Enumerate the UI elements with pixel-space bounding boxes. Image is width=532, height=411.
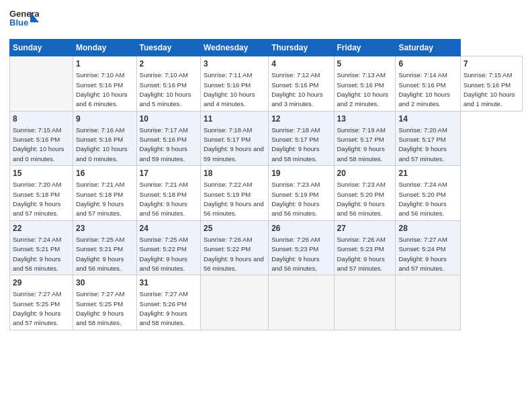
day-cell: 13Sunrise: 7:19 AMSunset: 5:17 PMDayligh… xyxy=(334,111,396,166)
day-info: Sunrise: 7:13 AMSunset: 5:16 PMDaylight:… xyxy=(337,71,389,107)
day-number: 13 xyxy=(337,113,393,124)
day-info: Sunrise: 7:18 AMSunset: 5:17 PMDaylight:… xyxy=(204,126,264,163)
day-number: 3 xyxy=(204,58,265,69)
day-info: Sunrise: 7:23 AMSunset: 5:19 PMDaylight:… xyxy=(271,181,320,217)
day-number: 16 xyxy=(76,168,134,179)
day-number: 19 xyxy=(271,168,330,179)
header: General Blue xyxy=(9,7,523,34)
day-cell: 10Sunrise: 7:17 AMSunset: 5:16 PMDayligh… xyxy=(136,111,200,166)
day-info: Sunrise: 7:10 AMSunset: 5:16 PMDaylight:… xyxy=(140,71,191,107)
header-cell-saturday: Saturday xyxy=(396,40,460,56)
header-cell-wednesday: Wednesday xyxy=(200,40,268,56)
day-cell: 12Sunrise: 7:18 AMSunset: 5:17 PMDayligh… xyxy=(269,111,334,166)
day-info: Sunrise: 7:10 AMSunset: 5:16 PMDaylight:… xyxy=(76,71,128,107)
day-number: 31 xyxy=(140,277,197,288)
day-cell: 3Sunrise: 7:11 AMSunset: 5:16 PMDaylight… xyxy=(200,56,268,111)
day-number: 30 xyxy=(76,277,134,288)
day-cell: 8Sunrise: 7:15 AMSunset: 5:16 PMDaylight… xyxy=(10,111,73,166)
day-info: Sunrise: 7:21 AMSunset: 5:18 PMDaylight:… xyxy=(76,181,124,217)
day-cell: 23Sunrise: 7:25 AMSunset: 5:21 PMDayligh… xyxy=(73,220,136,275)
day-info: Sunrise: 7:17 AMSunset: 5:16 PMDaylight:… xyxy=(140,126,188,163)
day-number: 15 xyxy=(13,168,70,179)
day-cell: 20Sunrise: 7:23 AMSunset: 5:20 PMDayligh… xyxy=(334,166,396,221)
logo-area: General Blue xyxy=(9,7,42,34)
day-info: Sunrise: 7:26 AMSunset: 5:23 PMDaylight:… xyxy=(271,236,320,272)
day-cell xyxy=(10,56,73,111)
calendar-table: SundayMondayTuesdayWednesdayThursdayFrid… xyxy=(9,39,523,330)
svg-text:Blue: Blue xyxy=(9,17,28,28)
day-info: Sunrise: 7:16 AMSunset: 5:16 PMDaylight:… xyxy=(76,126,128,163)
day-number: 27 xyxy=(337,223,393,234)
day-cell: 19Sunrise: 7:23 AMSunset: 5:19 PMDayligh… xyxy=(269,166,334,221)
day-info: Sunrise: 7:18 AMSunset: 5:17 PMDaylight:… xyxy=(271,126,320,163)
day-info: Sunrise: 7:26 AMSunset: 5:22 PMDaylight:… xyxy=(204,236,264,272)
week-row-4: 22Sunrise: 7:24 AMSunset: 5:21 PMDayligh… xyxy=(10,220,523,275)
day-info: Sunrise: 7:19 AMSunset: 5:17 PMDaylight:… xyxy=(337,126,386,163)
day-number: 20 xyxy=(337,168,393,179)
day-info: Sunrise: 7:20 AMSunset: 5:18 PMDaylight:… xyxy=(13,181,61,217)
day-number: 5 xyxy=(337,58,393,69)
day-cell: 21Sunrise: 7:24 AMSunset: 5:20 PMDayligh… xyxy=(396,166,460,221)
day-info: Sunrise: 7:25 AMSunset: 5:22 PMDaylight:… xyxy=(140,236,188,272)
day-cell: 28Sunrise: 7:27 AMSunset: 5:24 PMDayligh… xyxy=(396,220,460,275)
header-cell-sunday: Sunday xyxy=(10,40,73,56)
day-cell: 17Sunrise: 7:21 AMSunset: 5:18 PMDayligh… xyxy=(136,166,200,221)
day-cell: 25Sunrise: 7:26 AMSunset: 5:22 PMDayligh… xyxy=(200,220,268,275)
day-cell: 5Sunrise: 7:13 AMSunset: 5:16 PMDaylight… xyxy=(334,56,396,111)
day-number: 9 xyxy=(76,113,134,124)
week-row-1: 1Sunrise: 7:10 AMSunset: 5:16 PMDaylight… xyxy=(10,56,523,111)
day-info: Sunrise: 7:15 AMSunset: 5:16 PMDaylight:… xyxy=(13,126,64,163)
day-info: Sunrise: 7:14 AMSunset: 5:16 PMDaylight:… xyxy=(398,71,450,107)
day-cell: 24Sunrise: 7:25 AMSunset: 5:22 PMDayligh… xyxy=(136,220,200,275)
day-number: 1 xyxy=(76,58,134,69)
day-cell: 26Sunrise: 7:26 AMSunset: 5:23 PMDayligh… xyxy=(269,220,334,275)
day-number: 26 xyxy=(271,223,330,234)
day-cell: 30Sunrise: 7:27 AMSunset: 5:25 PMDayligh… xyxy=(73,275,136,330)
day-info: Sunrise: 7:12 AMSunset: 5:16 PMDaylight:… xyxy=(271,71,323,107)
day-cell: 22Sunrise: 7:24 AMSunset: 5:21 PMDayligh… xyxy=(10,220,73,275)
day-info: Sunrise: 7:11 AMSunset: 5:16 PMDaylight:… xyxy=(204,71,255,107)
day-info: Sunrise: 7:26 AMSunset: 5:23 PMDaylight:… xyxy=(337,236,386,272)
calendar-container: General Blue SundayMondayTuesdayWednesda… xyxy=(0,0,532,337)
day-cell xyxy=(269,275,334,330)
day-cell xyxy=(334,275,396,330)
header-cell-thursday: Thursday xyxy=(269,40,334,56)
day-number: 24 xyxy=(140,223,197,234)
day-cell: 29Sunrise: 7:27 AMSunset: 5:25 PMDayligh… xyxy=(10,275,73,330)
day-info: Sunrise: 7:25 AMSunset: 5:21 PMDaylight:… xyxy=(76,236,124,272)
day-number: 8 xyxy=(13,113,70,124)
day-cell: 6Sunrise: 7:14 AMSunset: 5:16 PMDaylight… xyxy=(396,56,460,111)
day-number: 22 xyxy=(13,223,70,234)
day-cell: 27Sunrise: 7:26 AMSunset: 5:23 PMDayligh… xyxy=(334,220,396,275)
day-info: Sunrise: 7:27 AMSunset: 5:24 PMDaylight:… xyxy=(398,236,447,272)
day-info: Sunrise: 7:22 AMSunset: 5:19 PMDaylight:… xyxy=(204,181,264,217)
day-cell: 4Sunrise: 7:12 AMSunset: 5:16 PMDaylight… xyxy=(269,56,334,111)
day-number: 17 xyxy=(140,168,197,179)
day-cell xyxy=(200,275,268,330)
day-cell: 14Sunrise: 7:20 AMSunset: 5:17 PMDayligh… xyxy=(396,111,460,166)
day-cell xyxy=(396,275,460,330)
header-cell-monday: Monday xyxy=(73,40,136,56)
day-cell: 9Sunrise: 7:16 AMSunset: 5:16 PMDaylight… xyxy=(73,111,136,166)
day-cell: 15Sunrise: 7:20 AMSunset: 5:18 PMDayligh… xyxy=(10,166,73,221)
day-cell: 18Sunrise: 7:22 AMSunset: 5:19 PMDayligh… xyxy=(200,166,268,221)
day-number: 23 xyxy=(76,223,134,234)
day-number: 11 xyxy=(204,113,265,124)
day-number: 21 xyxy=(398,168,457,179)
day-info: Sunrise: 7:15 AMSunset: 5:16 PMDaylight:… xyxy=(463,71,515,107)
day-number: 12 xyxy=(271,113,330,124)
week-row-3: 15Sunrise: 7:20 AMSunset: 5:18 PMDayligh… xyxy=(10,166,523,221)
day-info: Sunrise: 7:24 AMSunset: 5:21 PMDaylight:… xyxy=(13,236,61,272)
header-cell-tuesday: Tuesday xyxy=(136,40,200,56)
day-number: 10 xyxy=(140,113,197,124)
day-info: Sunrise: 7:27 AMSunset: 5:25 PMDaylight:… xyxy=(76,290,124,326)
day-number: 7 xyxy=(463,58,519,69)
logo-icon: General Blue xyxy=(9,7,39,34)
header-cell-friday: Friday xyxy=(334,40,396,56)
day-number: 14 xyxy=(398,113,457,124)
header-row: SundayMondayTuesdayWednesdayThursdayFrid… xyxy=(10,40,523,56)
day-cell: 1Sunrise: 7:10 AMSunset: 5:16 PMDaylight… xyxy=(73,56,136,111)
day-number: 28 xyxy=(398,223,457,234)
day-number: 2 xyxy=(140,58,197,69)
day-info: Sunrise: 7:23 AMSunset: 5:20 PMDaylight:… xyxy=(337,181,386,217)
